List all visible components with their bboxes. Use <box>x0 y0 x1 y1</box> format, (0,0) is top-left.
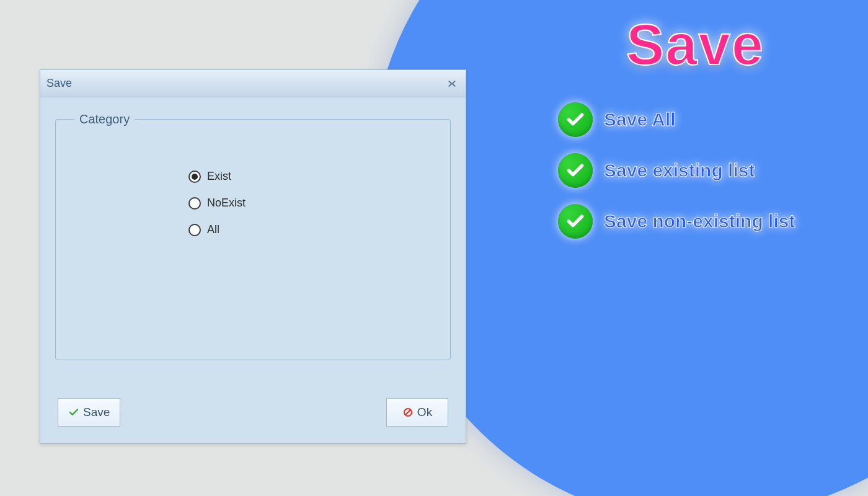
radio-label: Exist <box>207 170 231 183</box>
radio-icon <box>188 224 201 236</box>
check-icon <box>558 153 593 188</box>
ok-button[interactable]: Ok <box>386 398 448 427</box>
radio-option-noexist[interactable]: NoExist <box>188 197 435 210</box>
check-icon <box>68 407 79 418</box>
check-icon <box>558 204 593 239</box>
promo-panel: Save Save All Save existing list Save no… <box>558 12 856 255</box>
radio-icon <box>188 197 201 210</box>
radio-option-exist[interactable]: Exist <box>188 170 435 183</box>
cancel-icon <box>402 407 414 418</box>
save-button-label: Save <box>83 405 110 419</box>
ok-button-label: Ok <box>417 405 432 419</box>
promo-item: Save non-existing list <box>558 204 856 239</box>
dialog-title: Save <box>46 77 72 90</box>
promo-item-label: Save non-existing list <box>604 211 795 232</box>
dialog-footer: Save Ok <box>40 381 466 443</box>
radio-dot-icon <box>192 174 198 180</box>
dialog-body: Category Exist NoExist All <box>40 97 466 381</box>
promo-item: Save All <box>558 102 856 137</box>
save-dialog: Save Category Exist NoExist All <box>40 69 466 444</box>
check-icon <box>558 102 593 137</box>
promo-item-label: Save existing list <box>604 160 755 181</box>
radio-label: NoExist <box>207 197 246 210</box>
close-icon[interactable] <box>446 79 458 89</box>
promo-title: Save <box>626 12 856 78</box>
save-button[interactable]: Save <box>58 398 120 427</box>
svg-line-1 <box>405 410 410 415</box>
promo-item: Save existing list <box>558 153 856 188</box>
radio-option-all[interactable]: All <box>188 223 435 236</box>
radio-icon <box>188 170 201 183</box>
promo-item-label: Save All <box>604 109 676 130</box>
category-group: Category Exist NoExist All <box>55 112 451 360</box>
dialog-titlebar[interactable]: Save <box>40 70 466 97</box>
category-legend: Category <box>74 112 135 126</box>
radio-label: All <box>207 223 219 236</box>
